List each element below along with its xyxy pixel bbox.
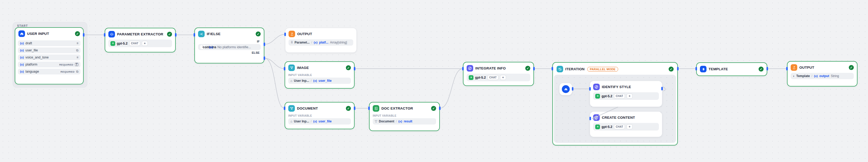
input-variable-chip[interactable]: ⌂ User Inp... / {x} user_file <box>288 118 351 124</box>
select-icon: ⧉ <box>76 70 79 73</box>
node-identify-style[interactable]: IDENTIFY STYLE ✳ gpt-5.2 CHAT ✦ <box>590 81 662 107</box>
success-check-icon: ✓ <box>346 65 351 70</box>
success-check-icon: ✓ <box>75 31 80 36</box>
separator: / <box>396 120 397 123</box>
node-image[interactable]: IMAGE ✓ INPUT VARIABLE ⌂ User Inp... / {… <box>285 62 354 89</box>
output-variable-chip[interactable]: ⠿ Paramet... / {x} platf... Array[string… <box>288 39 353 46</box>
node-template[interactable]: TEMPLATE ✓ <box>696 63 767 76</box>
model-name: gpt-5.2 <box>475 76 486 79</box>
field-language[interactable]: {x} language REQUIRED ⧉ <box>18 69 81 75</box>
openai-icon: ✳ <box>469 75 473 80</box>
node-title: OUTPUT <box>799 66 847 70</box>
model-chip[interactable]: ✳ gpt-5.2 CHAT ✦ <box>593 92 659 100</box>
variable-icon: {x} <box>313 79 317 82</box>
vision-badge: ✦ <box>142 41 148 46</box>
node-parameter-extractor[interactable]: PARAMETER EXTRACTOR ✓ ✳ gpt-5.2 CHAT ✦ <box>105 28 176 52</box>
success-check-icon: ✓ <box>431 106 436 111</box>
iteration-loop-icon <box>557 66 563 72</box>
model-chip[interactable]: ✳ gpt-5.2 CHAT ✦ <box>593 123 659 130</box>
input-variable-chip[interactable]: ▽ Document / {x} result <box>373 118 436 124</box>
variable-icon: {x} <box>814 75 818 78</box>
iteration-start-node[interactable] <box>559 83 572 95</box>
node-output-platforms[interactable]: OUTPUT ⠿ Paramet... / {x} platf... Array… <box>285 28 357 53</box>
node-title: USER INPUT <box>27 32 73 36</box>
if-else-icon <box>198 31 205 37</box>
success-check-icon: ✓ <box>849 65 854 70</box>
separator: / <box>311 79 311 83</box>
parallel-mode-badge: PARALLEL MODE <box>587 67 618 72</box>
field-platform[interactable]: {x} platform REQUIRED T <box>18 62 81 67</box>
variable-icon: {x} <box>313 120 317 123</box>
success-check-icon: ✓ <box>167 32 172 37</box>
template-ref-icon: ◗ <box>793 74 795 78</box>
variable-name: user_file <box>318 120 332 123</box>
model-name: gpt-5.2 <box>601 125 612 129</box>
field-user-file[interactable]: {x} user_file ⧉ <box>18 47 81 53</box>
node-output-final[interactable]: OUTPUT ✓ ◗ Template / {x} output String <box>787 61 858 86</box>
ref-node-name: User Inp... <box>294 120 309 123</box>
success-check-icon: ✓ <box>758 67 764 72</box>
node-title: DOC EXTRACTOR <box>381 107 429 110</box>
home-icon <box>19 30 25 37</box>
chat-mode-badge: CHAT <box>614 93 625 98</box>
output-variable-chip[interactable]: ◗ Template / {x} output String <box>791 73 854 79</box>
chat-mode-badge: CHAT <box>487 75 498 80</box>
variable-icon: {x} <box>20 42 24 45</box>
llm-icon <box>593 114 600 121</box>
user-input-ref-icon: ⌂ <box>290 79 292 83</box>
variable-icon: {x} <box>398 120 402 123</box>
node-doc-extractor[interactable]: DOC EXTRACTOR ✓ INPUT VARIABLE ▽ Documen… <box>369 102 440 131</box>
node-integrate-info[interactable]: INTEGRATE INFO ✓ ✳ gpt-5.2 CHAT ✦ <box>463 62 534 86</box>
success-check-icon: ✓ <box>525 66 530 71</box>
section-label: INPUT VARIABLE <box>370 114 439 118</box>
success-check-icon: ✓ <box>256 32 261 36</box>
openai-icon: ✳ <box>111 41 115 46</box>
required-badge: REQUIRED <box>61 70 74 73</box>
node-document[interactable]: DOCUMENT ✓ INPUT VARIABLE ⌂ User Inp... … <box>285 102 354 129</box>
ref-node-name: User Inp... <box>294 79 309 83</box>
chat-mode-badge: CHAT <box>129 41 140 46</box>
llm-icon <box>467 65 473 72</box>
variable-name: user_file <box>318 79 332 83</box>
field-name: language <box>26 70 39 73</box>
field-draft[interactable]: {x} draft ≡ <box>18 40 81 46</box>
input-variable-chip[interactable]: ⌂ User Inp... / {x} user_file <box>288 78 351 84</box>
ref-node-name: Document <box>379 120 394 123</box>
paragraph-icon: ≡ <box>76 55 79 59</box>
node-title: PARAMETER EXTRACTOR <box>117 32 165 36</box>
node-title: IDENTIFY STYLE <box>602 85 659 89</box>
condition-chip[interactable]: ⠿ contains{x} No platforms identifie... <box>198 44 261 50</box>
variable-name: output <box>819 74 829 78</box>
node-create-content[interactable]: CREATE CONTENT ✳ gpt-5.2 CHAT ✦ <box>590 112 662 137</box>
workflow-canvas[interactable]: START USER INPUT ✓ {x} draft ≡ {x} user_… <box>0 0 868 162</box>
chat-mode-badge: CHAT <box>614 124 625 129</box>
model-chip[interactable]: ✳ gpt-5.2 CHAT ✦ <box>467 74 530 81</box>
node-title: TEMPLATE <box>709 67 756 71</box>
text-input-icon: T <box>75 63 79 66</box>
node-title: CREATE CONTENT <box>602 116 659 120</box>
separator: / <box>811 74 812 78</box>
template-icon <box>700 66 707 72</box>
filter-funnel-icon <box>288 105 295 112</box>
condition-operator: contains{x} <box>203 45 216 49</box>
node-title: OUTPUT <box>297 32 353 36</box>
model-chip[interactable]: ✳ gpt-5.2 CHAT ✦ <box>108 40 172 47</box>
separator: / <box>311 41 312 44</box>
node-title: IF/ELSE <box>207 32 254 36</box>
edge-layer <box>0 0 868 162</box>
start-group-label: START <box>13 22 87 27</box>
variable-icon: {x} <box>20 63 24 66</box>
node-if-else[interactable]: IF/ELSE ✓ IF ⠿ contains{x} No platforms … <box>194 28 265 64</box>
vision-badge: ✦ <box>626 124 632 129</box>
output-flag-icon <box>288 31 295 37</box>
paragraph-icon: ≡ <box>76 41 79 45</box>
file-list-icon: ⧉ <box>76 48 79 52</box>
node-user-input[interactable]: USER INPUT ✓ {x} draft ≡ {x} user_file ⧉… <box>15 27 84 84</box>
success-check-icon: ✓ <box>346 106 351 111</box>
edge-docextractor-integrate <box>440 69 463 108</box>
openai-icon: ✳ <box>595 94 600 98</box>
field-voice-and-tone[interactable]: {x} voice_and_tone ≡ <box>18 54 81 60</box>
else-branch-label: ELSE <box>195 51 264 55</box>
variable-icon: {x} <box>314 41 318 44</box>
user-input-ref-icon: ⌂ <box>290 120 292 123</box>
